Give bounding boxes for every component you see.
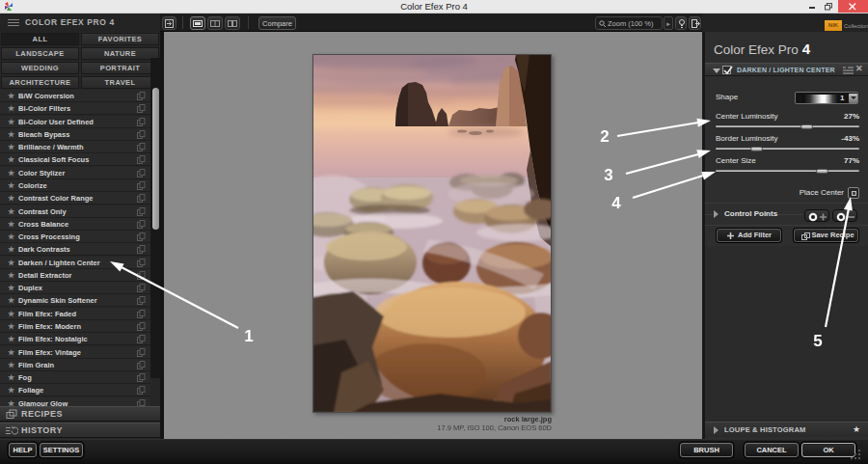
svg-text:1: 1: [244, 327, 253, 345]
svg-text:4: 4: [611, 194, 621, 212]
svg-text:5: 5: [813, 332, 822, 350]
svg-text:2: 2: [600, 127, 609, 146]
svg-text:3: 3: [604, 166, 612, 184]
